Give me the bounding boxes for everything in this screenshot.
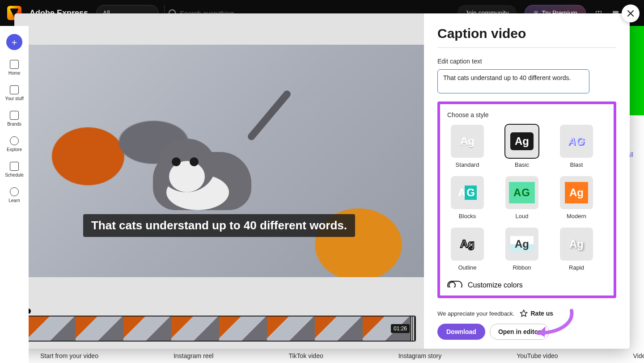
style-thumb: AG <box>560 125 593 158</box>
style-option-blast[interactable]: AGBlast <box>556 125 597 168</box>
timeline-strip: 01:26 <box>14 308 424 349</box>
nav-label: Home <box>8 71 21 76</box>
feedback-row: We appreciate your feedback. Rate us <box>437 302 616 317</box>
timeline-frame <box>123 317 171 341</box>
panel-title: Caption video <box>437 26 616 41</box>
sidebar-item-brands[interactable]: Brands <box>3 111 25 127</box>
nav-label: Schedule <box>5 173 24 177</box>
sidebar-item-learn[interactable]: Learn <box>3 187 25 203</box>
style-section-highlight: Choose a style AgStandardAgBasicAGBlastA… <box>437 101 616 298</box>
download-button[interactable]: Download <box>437 324 485 340</box>
close-modal-button[interactable] <box>622 4 640 22</box>
sidebar-item-your-stuff[interactable]: Your stuff <box>3 85 25 101</box>
sidebar-item-home[interactable]: Home <box>3 60 25 76</box>
style-thumb: Ag <box>560 228 593 261</box>
style-thumb: Ag <box>505 228 538 261</box>
create-new-button[interactable]: ＋ <box>6 34 22 50</box>
template-type[interactable]: Video <box>633 352 644 359</box>
divider <box>437 47 616 48</box>
nav-label: Your stuff <box>5 96 24 101</box>
video-preview-area: That cats understand up to 40 different … <box>14 13 424 349</box>
nav-label: Explore <box>7 147 22 152</box>
style-name-label: Blocks <box>459 213 476 219</box>
style-option-rapid[interactable]: AgRapid <box>556 228 597 271</box>
style-thumb: Ag <box>451 228 484 261</box>
caption-text-input[interactable] <box>437 69 589 93</box>
template-type[interactable]: TikTok video <box>288 352 323 359</box>
style-name-label: Modern <box>567 213 586 219</box>
style-option-standard[interactable]: AgStandard <box>447 125 487 168</box>
style-name-label: Standard <box>456 161 479 168</box>
customize-colors-label: Customize colors <box>468 281 523 287</box>
style-name-label: Basic <box>515 161 529 168</box>
style-option-outline[interactable]: AgOutline <box>447 228 487 271</box>
style-option-ribbon[interactable]: AgRibbon <box>502 228 542 271</box>
video-preview[interactable]: That cats understand up to 40 different … <box>14 13 424 308</box>
style-name-label: Loud <box>516 213 529 219</box>
style-thumb: Ag <box>451 125 484 158</box>
open-in-editor-button[interactable]: Open in editor <box>490 324 549 340</box>
style-grid: AgStandardAgBasicAGBlastAGBlocksAGLoudAg… <box>447 125 600 271</box>
template-type-row: Start from your video Instagram reel Tik… <box>40 352 644 359</box>
style-name-label: Ribbon <box>513 264 531 271</box>
style-name-label: Rapid <box>569 264 584 271</box>
clip-right-handle[interactable] <box>411 317 415 341</box>
timeline-frame <box>267 317 315 341</box>
caption-video-modal: That cats understand up to 40 different … <box>14 13 630 349</box>
edit-caption-label: Edit caption text <box>437 58 616 65</box>
style-thumb: AG <box>451 176 484 209</box>
template-type[interactable]: Instagram reel <box>174 352 213 359</box>
left-sidebar: ＋ Home Your stuff Brands Explore Schedul… <box>0 26 29 363</box>
nav-label: Learn <box>8 198 20 203</box>
timeline-clip[interactable] <box>22 316 416 342</box>
clip-duration-badge: 01:26 <box>391 324 410 333</box>
caption-panel: Caption video Edit caption text Choose a… <box>424 13 630 349</box>
sidebar-item-explore[interactable]: Explore <box>3 136 25 152</box>
template-type[interactable]: Start from your video <box>40 352 98 359</box>
style-option-loud[interactable]: AGLoud <box>502 176 542 219</box>
timeline-frame <box>219 317 267 341</box>
video-frame <box>14 45 424 277</box>
style-option-basic[interactable]: AgBasic <box>502 125 542 168</box>
action-button-row: Download Open in editor <box>437 324 616 340</box>
template-type[interactable]: YouTube video <box>517 352 558 359</box>
style-option-blocks[interactable]: AGBlocks <box>447 176 487 219</box>
star-icon <box>520 309 528 317</box>
sidebar-item-schedule[interactable]: Schedule <box>3 162 25 177</box>
choose-style-label: Choose a style <box>447 111 600 118</box>
rate-us-button[interactable]: Rate us <box>520 309 553 317</box>
style-name-label: Blast <box>570 161 583 168</box>
customize-colors-row: Customize colors <box>447 281 600 287</box>
style-option-modern[interactable]: AgModern <box>556 176 597 219</box>
caption-overlay: That cats understand up to 40 different … <box>83 214 355 237</box>
close-icon <box>627 9 635 17</box>
feedback-text: We appreciate your feedback. <box>437 310 514 317</box>
timeline-frame <box>76 317 123 341</box>
customize-colors-toggle[interactable] <box>447 281 462 287</box>
timeline-frame <box>315 317 363 341</box>
timeline-frame <box>28 317 76 341</box>
nav-label: Brands <box>7 122 21 127</box>
template-type[interactable]: Instagram story <box>398 352 441 359</box>
timeline-frame <box>171 317 219 341</box>
rate-label: Rate us <box>530 310 553 317</box>
style-thumb: Ag <box>505 125 538 158</box>
style-thumb: AG <box>505 176 538 209</box>
style-name-label: Outline <box>458 264 476 271</box>
style-thumb: Ag <box>560 176 593 209</box>
